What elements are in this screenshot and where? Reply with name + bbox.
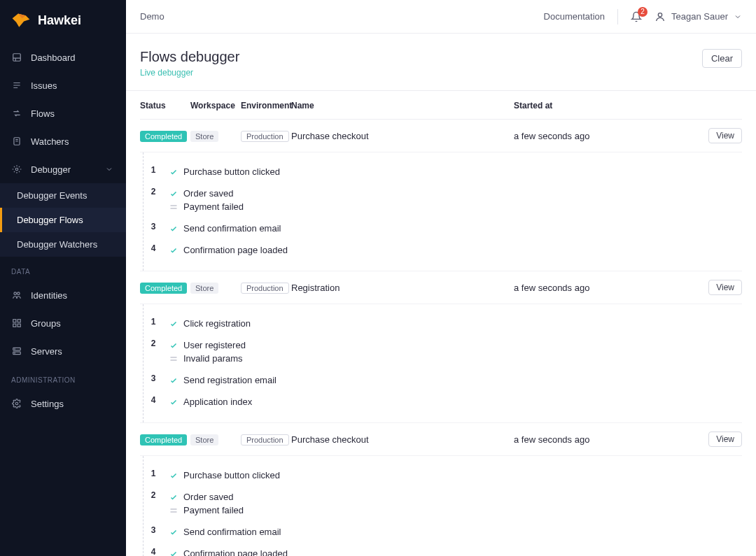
step-number: 3: [148, 222, 158, 231]
page-title: Flows debugger: [140, 49, 239, 65]
user-name: Teagan Sauer: [671, 11, 728, 22]
step: 3 Send confirmation email: [150, 521, 742, 543]
topbar: Demo Documentation 2 Teagan Sauer: [126, 0, 756, 34]
clear-button[interactable]: Clear: [702, 49, 742, 68]
notifications-button[interactable]: 2: [631, 11, 642, 22]
sidebar-item-groups[interactable]: Groups: [0, 309, 126, 337]
check-icon: [169, 471, 178, 480]
sidebar-item-settings[interactable]: Settings: [0, 390, 126, 418]
step-event: Application index: [169, 395, 252, 408]
step-event-text: Send confirmation email: [183, 223, 281, 234]
step-event: Send registration email: [169, 373, 276, 387]
sidebar-item-label: Watchers: [31, 136, 69, 147]
flow-row: Completed Store Production Purchase chec…: [140, 120, 742, 152]
debugger-submenu: Debugger Events Debugger Flows Debugger …: [0, 183, 126, 257]
sidebar-sub-debugger-flows[interactable]: Debugger Flows: [0, 208, 126, 232]
issue-icon: [169, 203, 178, 211]
step-event-text: Order saved: [183, 492, 234, 502]
sidebar-item-flows[interactable]: Flows: [0, 99, 126, 127]
documentation-link[interactable]: Documentation: [544, 11, 605, 22]
brand[interactable]: Hawkei: [0, 0, 126, 43]
col-name: Name: [291, 101, 514, 111]
issue-icon: [169, 355, 178, 363]
svg-point-14: [658, 13, 662, 16]
groups-icon: [11, 318, 22, 329]
svg-rect-5: [13, 320, 16, 322]
step-number: 1: [148, 165, 158, 175]
step-number: 2: [148, 490, 158, 500]
sidebar-sub-debugger-watchers[interactable]: Debugger Watchers: [0, 232, 126, 257]
svg-point-12: [15, 353, 15, 354]
step-number: 2: [148, 338, 158, 348]
status-badge: Completed: [140, 283, 187, 294]
svg-point-13: [15, 402, 18, 405]
sidebar-item-label: Flows: [31, 108, 55, 119]
flow-started: a few seconds ago: [514, 283, 703, 293]
user-menu[interactable]: Teagan Sauer: [654, 11, 742, 22]
sidebar-item-label: Debugger: [31, 164, 71, 175]
identities-icon: [11, 290, 22, 301]
step-event-text: Order saved: [183, 188, 234, 199]
project-name[interactable]: Demo: [140, 11, 164, 22]
page-subtitle: Live debugger: [140, 68, 239, 78]
chevron-down-icon: [104, 164, 115, 175]
step: 3 Send registration email: [150, 369, 742, 391]
view-button[interactable]: View: [708, 432, 742, 447]
col-workspace: Workspace: [190, 101, 241, 111]
user-icon: [654, 11, 666, 22]
sidebar-item-watchers[interactable]: Watchers: [0, 127, 126, 155]
sidebar-item-label: Servers: [31, 346, 62, 357]
flows-list: Status Workspace Environment Name Starte…: [126, 91, 756, 556]
step-event: Order saved: [169, 490, 244, 504]
chevron-down-icon: [734, 13, 742, 21]
step-event: Order saved: [169, 187, 244, 200]
check-icon: [169, 190, 178, 198]
gear-icon: [11, 398, 22, 409]
sidebar-item-servers[interactable]: Servers: [0, 337, 126, 365]
step-event-text: Confirmation page loaded: [183, 245, 288, 255]
step: 4 Confirmation page loaded: [150, 543, 742, 556]
table-header: Status Workspace Environment Name Starte…: [140, 91, 742, 120]
step-event: Payment failed: [169, 200, 244, 213]
step-event-text: Payment failed: [183, 201, 244, 212]
flow-started: a few seconds ago: [514, 131, 703, 141]
sidebar-item-label: Settings: [31, 399, 64, 409]
view-button[interactable]: View: [708, 280, 742, 295]
step: 1 Purchase button clicked: [150, 161, 742, 183]
issue-icon: [169, 506, 178, 515]
view-button[interactable]: View: [708, 128, 742, 143]
check-icon: [169, 550, 178, 557]
workspace-badge: Store: [190, 283, 218, 294]
sidebar-item-dashboard[interactable]: Dashboard: [0, 43, 126, 71]
step-event: Purchase button clicked: [169, 469, 280, 482]
step-event-text: Send registration email: [183, 375, 276, 385]
step-number: 3: [148, 373, 158, 383]
status-badge: Completed: [140, 434, 187, 445]
col-environment: Environment: [241, 101, 291, 111]
flow-row: Completed Store Production Registration …: [140, 271, 742, 304]
main: Demo Documentation 2 Teagan Sauer Flows …: [126, 0, 756, 556]
step-event-text: Invalid params: [183, 353, 243, 364]
step: 1 Click registration: [150, 313, 742, 334]
flow-name: Registration: [291, 283, 514, 293]
dashboard-icon: [11, 52, 22, 63]
environment-badge: Production: [241, 131, 289, 142]
step-event-text: Purchase button clicked: [183, 166, 280, 177]
environment-badge: Production: [241, 434, 289, 445]
sidebar-sub-debugger-events[interactable]: Debugger Events: [0, 183, 126, 208]
sidebar-item-debugger[interactable]: Debugger: [0, 155, 126, 183]
step-event: Payment failed: [169, 504, 244, 517]
workspace-badge: Store: [190, 131, 218, 142]
step: 2 Order savedPayment failed: [150, 183, 742, 218]
step-number: 3: [148, 525, 158, 535]
step-number: 4: [148, 547, 158, 556]
step-number: 2: [148, 187, 158, 197]
flow-row: Completed Store Production Purchase chec…: [140, 423, 742, 456]
sidebar-item-identities[interactable]: Identities: [0, 281, 126, 309]
sidebar-item-issues[interactable]: Issues: [0, 71, 126, 99]
check-icon: [169, 528, 178, 536]
svg-rect-8: [18, 324, 20, 327]
notification-badge: 2: [638, 7, 648, 17]
step-number: 1: [148, 317, 158, 327]
status-badge: Completed: [140, 131, 187, 142]
